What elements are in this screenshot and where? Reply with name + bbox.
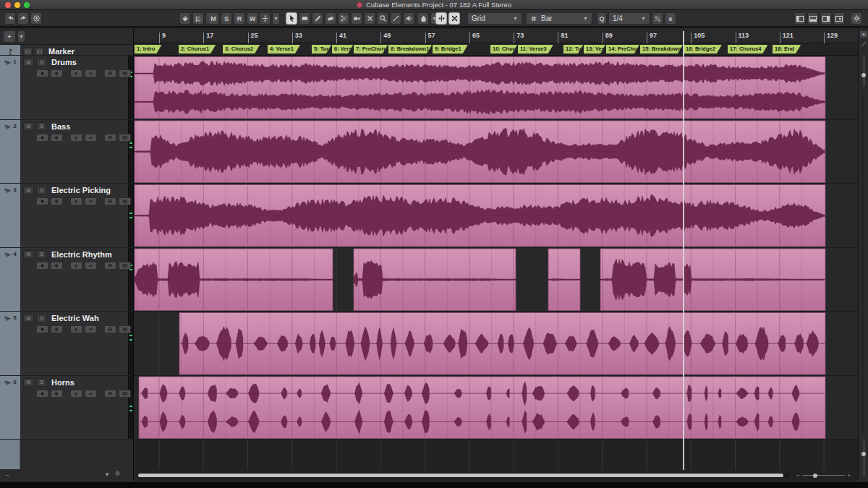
track-name[interactable]: Electric Rhythm [51,250,112,259]
suspend-automation-m-button[interactable]: M [208,12,219,25]
solo-button[interactable]: S [36,314,47,322]
track-row-horns[interactable]: 6MSHornse∞RW [0,376,133,440]
grid-type-dropdown[interactable]: Bar ▼ [526,12,592,25]
write-automation-button[interactable]: W [119,134,131,142]
audio-clip[interactable] [139,377,825,439]
horizontal-scrollbar-thumb[interactable] [138,474,783,477]
track-row-electric-wah[interactable]: 5MSElectric Wahe∞RW [0,312,133,376]
snap-type-button[interactable] [448,12,460,25]
insert-bypass-button[interactable]: ∞ [85,134,97,142]
write-automation-button[interactable]: W [119,325,131,333]
range-selection-tool[interactable] [299,12,310,25]
mute-button[interactable]: M [23,58,34,67]
marker-flag[interactable]: 15: Breakdown2 [640,45,683,53]
solo-button[interactable]: S [36,250,47,259]
zoom-window-button[interactable] [24,2,30,8]
marker-flag[interactable]: 2: Chorus1 [179,45,216,53]
iterative-quantize-button[interactable] [652,12,663,25]
marker-flag[interactable]: 9: Bridge1 [433,45,468,53]
add-track-button[interactable]: + [3,30,16,43]
minimize-window-button[interactable] [14,2,20,8]
undo-button[interactable] [4,12,16,25]
zoom-slider-track[interactable] [802,475,846,476]
quantize-panel-button[interactable]: e [665,12,676,25]
mute-button[interactable]: M [23,250,34,259]
marker-flag[interactable]: 16: Bridge2 [684,45,722,53]
marker-flag[interactable]: 10: Chorus3 [490,45,517,53]
waveform-zoom-thumb[interactable] [861,73,866,77]
marker-flag[interactable]: 18: End [773,45,801,53]
resize-handle[interactable]: – [6,471,9,478]
suspend-automation-r-button[interactable]: R [234,12,245,25]
monitor-button[interactable] [51,325,63,333]
redo-button[interactable] [17,12,29,25]
monitor-button[interactable] [51,197,63,205]
split-tool[interactable] [338,12,349,25]
record-enable-button[interactable] [36,325,48,333]
erase-tool[interactable] [325,12,336,25]
glue-tool[interactable] [351,12,362,25]
write-automation-button[interactable]: W [119,69,131,77]
track-name[interactable]: Electric Picking [51,186,111,194]
add-track-chevron-icon[interactable]: ▼ [17,30,25,43]
insert-bypass-button[interactable]: ∞ [85,69,97,77]
track-row-bass[interactable]: 2MSBasse∞RW [0,120,133,184]
edit-channel-button[interactable]: e [70,262,82,270]
write-automation-button[interactable]: W [119,262,131,270]
read-automation-button[interactable]: R [104,197,116,205]
marker-flag[interactable]: 4: Verse1 [268,45,300,53]
grid-mode-dropdown[interactable]: Grid ▼ [467,12,522,25]
edit-channel-button[interactable]: e [70,325,82,333]
record-enable-button[interactable] [36,134,48,142]
autoscroll-button[interactable] [259,12,271,25]
read-automation-button[interactable]: R [104,69,116,77]
autoscroll-chevron-icon[interactable]: ▼ [272,12,280,25]
zoom-in-icon[interactable]: + [847,472,851,479]
toolbar-setup-button[interactable] [851,12,862,25]
playhead-cursor[interactable] [683,31,684,470]
write-automation-button[interactable]: W [119,197,131,205]
track-row-electric-rhythm[interactable]: 4MSElectric Rhythme∞RW [0,248,133,312]
read-automation-button[interactable]: R [104,390,116,398]
marker-flag[interactable]: 7: PreChorus1 [354,45,388,53]
monitor-button[interactable] [51,134,63,142]
time-ruler[interactable]: 91725334149576573818997105113121129 [134,29,858,43]
zoom-tool[interactable] [377,12,388,25]
marker-flag[interactable]: 6: Verse2 [332,45,353,53]
track-list-gear-icon[interactable] [114,470,121,476]
track-name[interactable]: Horns [51,378,75,387]
solo-button[interactable]: S [36,122,47,131]
activate-project-button[interactable] [30,12,42,25]
mute-tool[interactable] [364,12,375,25]
track-name[interactable]: Marker [48,47,75,56]
insert-bypass-button[interactable]: ∞ [85,325,97,333]
marker-flag[interactable]: 5: Turnaro [312,45,331,53]
insert-bypass-button[interactable]: ∞ [85,262,97,270]
show-left-zone-button[interactable] [794,12,806,25]
track-name[interactable]: Bass [51,122,70,131]
solo-button[interactable]: S [36,186,47,194]
snap-button[interactable] [435,12,447,25]
edit-channel-button[interactable]: e [70,134,82,142]
mute-button[interactable]: M [23,122,34,131]
vertical-scrollbar[interactable] [862,94,864,434]
quantize-dropdown[interactable]: 1/4 ▼ [608,12,650,25]
horizontal-zoom-slider[interactable]: − + [796,472,851,479]
color-tool[interactable] [417,12,429,25]
draw-tool[interactable] [312,12,323,25]
horizontal-scrollbar[interactable] [137,473,789,478]
read-automation-button[interactable]: R [104,134,116,142]
edit-channel-button[interactable]: e [70,197,82,205]
track-visibility-button[interactable] [192,12,204,25]
marker-flag[interactable]: 8: Breakdown1 [388,45,432,53]
close-window-button[interactable] [5,2,11,8]
monitor-button[interactable] [51,69,63,77]
suspend-automation-w-button[interactable]: W [247,12,258,25]
insert-bypass-button[interactable]: ∞ [85,197,97,205]
zoom-out-icon[interactable]: − [796,472,800,479]
marker-flag[interactable]: 14: PreChorus2 [606,45,639,53]
solo-button[interactable]: S [36,378,47,387]
edit-channel-button[interactable]: e [70,390,82,398]
read-automation-button[interactable]: R [104,325,116,333]
record-enable-button[interactable] [36,390,48,398]
